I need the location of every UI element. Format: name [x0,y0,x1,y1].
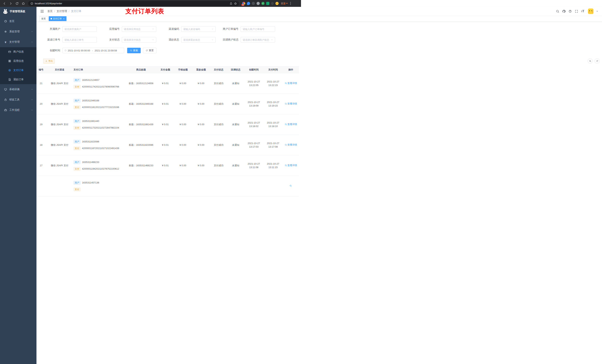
tab-close-icon[interactable]: × [63,18,64,20]
sidebar-item-infra[interactable]: 基础设施 [0,84,36,94]
cell-refund: ¥ 0.00 [192,123,210,126]
date-range-picker[interactable]: 2021-10-01 00:00:00 - 2021-10-31 23:59:5… [62,48,124,53]
view-detail-link[interactable]: 查看详情 [285,164,297,167]
home-button[interactable] [21,1,26,6]
back-button[interactable] [2,1,7,6]
extension-icon[interactable] [266,2,269,5]
extension-icon[interactable]: 10 [242,2,245,5]
page-content: 所属商户 应用编号 渠道编码 商户订单编号 [36,22,301,182]
sidebar-item-refund-order[interactable]: 退款订单 [0,75,36,84]
sidebar-item-dev-tools[interactable]: 研发工具 [0,94,36,105]
pay-tag: 支付 [74,126,81,130]
sidebar-item-home[interactable]: 首页 [0,16,36,26]
extension-icon[interactable] [270,1,274,5]
breadcrumb: 首页 / 支付管理 / 支付订单 [47,10,81,13]
pay-status-select[interactable] [122,37,156,42]
reset-button[interactable]: 重置 [143,48,156,53]
view-detail-link[interactable]: 查看详情 [285,123,297,126]
browser-menu-button[interactable] [290,2,291,5]
filter-refund-status: 退款状态 [161,37,220,42]
table-row: 商户 1635311457136 支付 [36,176,299,182]
hamburger-icon[interactable] [39,9,45,14]
cell-action: 查看详情 [283,164,299,167]
extensions-area: 10 ✓ [242,2,279,5]
dashboard-icon [4,20,7,23]
document-icon [8,78,11,81]
channel-code-select[interactable] [181,26,216,32]
cell-action: 查看详情 [283,102,299,106]
logo-icon [3,9,8,14]
chevron-down-icon [31,99,33,101]
active-dot [51,18,52,20]
extension-icon[interactable] [252,2,255,5]
filter-channel-code: 渠道编码 [161,26,220,32]
browser-update-button[interactable]: 更新 [281,2,288,5]
notify-status-select[interactable] [241,37,275,42]
sidebar-item-pay-order[interactable]: 支付订单 [0,66,36,75]
table-header-row: 编号 支付渠道 支付订单 商品标题 支付金额 手续金额 退款金额 支付状态 回调… [36,66,299,73]
filter-row-3: 创建时间 2021-10-01 00:00:00 - 2021-10-31 23… [42,48,301,53]
tab-pay-order[interactable]: 支付订单 × [49,16,66,21]
view-detail-link[interactable]: 查看详情 [285,143,297,147]
forward-button[interactable] [8,1,13,6]
merchant-input[interactable] [62,26,97,32]
tags-view: 首页 支付订单 × [36,16,301,22]
cell-pay-time: 2021-10-2713:17:08 [263,142,283,149]
sidebar-item-label: 基础设施 [9,88,20,91]
cell-amount: ¥ 0.01 [157,123,174,126]
sidebar-item-label: 支付订单 [13,69,24,72]
magnifier-icon [285,103,287,105]
merchant-tag: 商户 [74,140,81,144]
merchant-order-no: 1635311468233 [82,160,99,164]
merchant-order-input[interactable] [241,26,275,32]
app-select[interactable] [122,26,156,32]
sidebar-item-workflow[interactable]: 工作流程 [0,105,36,115]
sidebar-item-label: 退款订单 [13,78,24,81]
merchant-tag: 商户 [74,181,81,182]
cell-amount: ¥ 0.01 [157,82,174,85]
extension-icon[interactable] [275,2,279,5]
sidebar-item-merchant-info[interactable]: 商户信息 [0,47,36,56]
col-header: 支付金额 [157,68,174,72]
refund-status-select[interactable] [181,37,216,42]
cell-pay-status: 支付成功 [210,164,227,167]
sidebar-item-system[interactable]: 系统管理 [0,26,36,37]
export-button[interactable]: 导出 [43,59,55,63]
breadcrumb-payment[interactable]: 支付管理 [57,10,67,13]
col-header: 编号 [36,68,48,72]
extension-icon[interactable]: ✓ [261,2,265,5]
reload-button[interactable] [14,1,20,6]
cell-pay-time: 2021-10-2713:18:10 [263,121,283,128]
channel-order-input[interactable] [62,37,97,42]
address-bar[interactable]: localhost:1024/pay/order [28,1,239,6]
breadcrumb-home[interactable]: 首页 [47,10,53,13]
search-button[interactable]: 搜索 [127,48,141,53]
cell-id: 20 [36,102,48,106]
extension-icon[interactable] [257,2,260,5]
pay-tag: 支付 [74,105,81,109]
cell-channel: 微信 JSAPI 支付 [48,164,72,167]
share-icon[interactable] [230,2,233,5]
cell-order: 商户 1635311949168 支付 42000011812021102777… [72,99,125,109]
merchant-order-no: 1635311881440 [82,119,99,123]
cell-pay-time: 2021-10-2713:19:15 [263,100,283,108]
view-detail-link[interactable]: 查看详情 [285,102,297,106]
pay-order-no: 4200001194202110276752100612 [82,167,119,171]
magnifier-icon [285,123,287,125]
extension-icon[interactable] [247,2,250,5]
filter-label: 应用编号 [101,27,122,31]
filter-label: 渠道订单号 [42,38,62,42]
tab-home[interactable]: 首页 [39,16,48,21]
table-body: 21 微信 JSAPI 支付 商户 1635312124657 支付 42000… [36,73,299,182]
table-row: 20 微信 JSAPI 支付 商户 1635311949168 支付 42000… [36,94,299,114]
view-detail-link[interactable]: 查看详情 [285,81,297,85]
cell-fee: ¥ 0.00 [174,102,192,106]
star-icon[interactable] [234,2,237,5]
info-icon[interactable] [30,2,33,5]
cell-fee: ¥ 0.00 [174,143,192,147]
sidebar-item-app-info[interactable]: 应用信息 [0,56,36,66]
cell-id: 18 [36,143,48,147]
filter-label: 回调商户状态 [220,38,241,42]
sidebar-item-payment[interactable]: ¥ 支付管理 [0,37,36,47]
cell-create-time: 2021-10-2713:17:03 [244,142,263,149]
